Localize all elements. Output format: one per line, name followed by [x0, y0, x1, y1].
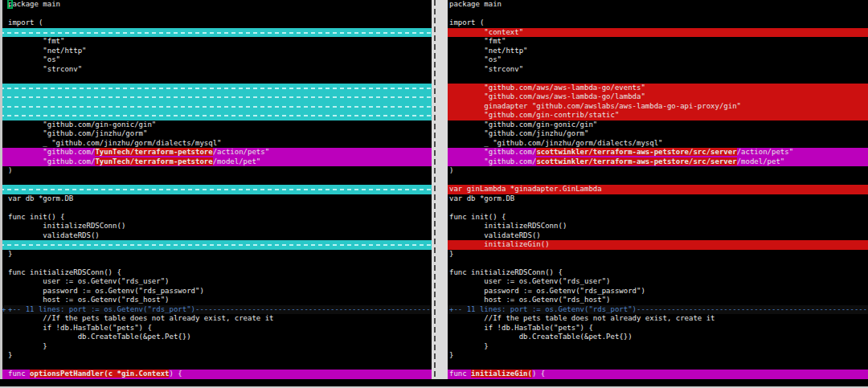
code-line[interactable]: initializeRDSConn() — [0, 222, 432, 231]
code-line[interactable]: "fmt" — [448, 37, 868, 47]
code-text: "fmt" — [8, 37, 64, 45]
code-line[interactable]: _ "github.com/jinzhu/gorm/dialects/mysql… — [0, 139, 432, 149]
diff-added-line[interactable]: "github.com/aws/aws-lambda-go/lambda" — [448, 92, 868, 102]
code-text: validateRDS() — [449, 231, 541, 239]
code-line[interactable]: db.CreateTable(&pet.Pet{}) — [0, 333, 432, 342]
diff-pane-right[interactable]: package mainimport ( "context" "fmt" "ne… — [448, 0, 868, 379]
diff-changed-line[interactable]: "github.com/TyunTech/terraform-petstore/… — [0, 148, 432, 157]
code-line[interactable] — [448, 176, 868, 186]
vertical-split-separator[interactable] — [432, 0, 448, 379]
code-line[interactable]: func initializeRDSConn() { — [448, 268, 868, 278]
code-line[interactable]: "net/http" — [448, 47, 868, 56]
code-line[interactable]: var db *gorm.DB — [0, 194, 432, 204]
fold-line-text: +-- 11 lines: port := os.Getenv("rds_por… — [8, 305, 432, 313]
code-line[interactable]: user := os.Getenv("rds_user") — [0, 277, 432, 287]
left-edge-strip — [0, 0, 2, 379]
code-line[interactable]: db.CreateTable(&pet.Pet{}) — [448, 333, 868, 342]
code-line[interactable]: "fmt" — [0, 37, 432, 47]
code-line[interactable]: "github.com/gin-gonic/gin" — [0, 120, 432, 130]
code-line[interactable]: password := os.Getenv("rds_password") — [0, 287, 432, 296]
code-line[interactable] — [448, 203, 868, 213]
diff-changed-line[interactable]: "github.com/TyunTech/terraform-petstore/… — [0, 157, 432, 167]
diff-added-line[interactable]: ginadapter "github.com/awslabs/aws-lambd… — [448, 102, 868, 112]
code-text: } — [8, 342, 47, 350]
code-line[interactable]: host := os.Getenv("rds_host") — [0, 296, 432, 305]
code-text: } — [449, 342, 489, 350]
code-line[interactable]: ) — [448, 166, 868, 176]
diff-added-line[interactable]: var ginLambda *ginadapter.GinLambda — [448, 185, 868, 194]
fold-plus-icon[interactable]: + — [2, 305, 6, 315]
code-line[interactable]: "github.com/jinzhu/gorm" — [448, 129, 868, 139]
separator-dash-line — [434, 0, 436, 379]
code-line[interactable]: validateRDS() — [448, 231, 868, 241]
code-line[interactable] — [0, 74, 432, 84]
code-line[interactable]: if !db.HasTable("pets") { — [448, 324, 868, 333]
code-line[interactable]: import ( — [0, 18, 432, 28]
code-line[interactable]: "net/http" — [0, 47, 432, 56]
code-line[interactable]: package main — [448, 0, 868, 10]
code-line[interactable]: var db *gorm.DB — [448, 194, 868, 204]
code-line[interactable] — [448, 74, 868, 84]
diff-pane-left[interactable]: package mainimport ( "fmt" "net/http" "o… — [0, 0, 432, 379]
code-line[interactable]: "strconv" — [0, 65, 432, 75]
code-line[interactable]: //If the pets table does not already exi… — [0, 314, 432, 324]
code-text: "github.com/gin-gonic/gin" — [449, 120, 597, 129]
code-line[interactable] — [0, 203, 432, 213]
code-line[interactable]: ) — [0, 166, 432, 176]
code-line[interactable]: package main — [0, 0, 432, 10]
code-line[interactable]: "strconv" — [448, 65, 868, 75]
code-line[interactable]: validateRDS() — [0, 231, 432, 241]
code-line[interactable]: //If the pets table does not already exi… — [448, 314, 868, 324]
fold-line[interactable]: ++-- 11 lines: port := os.Getenv("rds_po… — [0, 305, 432, 315]
code-line[interactable]: "github.com/gin-gonic/gin" — [448, 120, 868, 130]
code-text: /action/pets" — [213, 148, 269, 156]
diff-added-line[interactable]: "github.com/aws/aws-lambda-go/events" — [448, 84, 868, 93]
code-line[interactable]: user := os.Getenv("rds_user") — [448, 277, 868, 287]
code-line[interactable]: password := os.Getenv("rds_password") — [448, 287, 868, 296]
code-text: ) { — [169, 370, 182, 378]
diff-changed-line[interactable]: func initializeGin() { — [448, 370, 868, 379]
diff-filler-line — [0, 28, 432, 38]
code-text: "github.com/ — [449, 157, 536, 165]
diff-added-line[interactable]: "context" — [448, 28, 868, 38]
fold-line[interactable]: ++-- 11 lines: port := os.Getenv("rds_po… — [448, 305, 868, 315]
code-line[interactable]: host := os.Getenv("rds_host") — [448, 296, 868, 305]
code-line[interactable]: "os" — [0, 55, 432, 65]
code-text: password := os.Getenv("rds_password") — [8, 287, 204, 295]
code-line[interactable] — [0, 259, 432, 268]
diff-changed-line[interactable]: "github.com/scottwinkler/terraform-aws-p… — [448, 148, 868, 157]
diff-changed-line[interactable]: func optionsPetHandler(c *gin.Context) { — [0, 370, 432, 379]
code-line[interactable]: } — [448, 351, 868, 361]
code-line[interactable]: } — [448, 250, 868, 259]
diff-added-line[interactable]: "github.com/gin-contrib/static" — [448, 111, 868, 120]
code-line[interactable]: func init() { — [0, 213, 432, 223]
code-line[interactable] — [448, 361, 868, 370]
code-line[interactable]: func init() { — [448, 213, 868, 223]
code-line[interactable] — [0, 176, 432, 186]
code-line[interactable] — [0, 361, 432, 370]
code-text: "net/http" — [8, 47, 87, 55]
code-line[interactable]: "github.com/jinzhu/gorm" — [0, 129, 432, 139]
diff-changed-line[interactable]: "github.com/scottwinkler/terraform-aws-p… — [448, 157, 868, 167]
code-text: ginadapter "github.com/awslabs/aws-lambd… — [449, 102, 741, 110]
code-line[interactable]: } — [0, 351, 432, 361]
code-line[interactable]: "os" — [448, 55, 868, 65]
code-line[interactable]: } — [0, 250, 432, 259]
code-line[interactable] — [0, 10, 432, 19]
code-text: "context" — [449, 28, 523, 36]
diff-added-line[interactable]: initializeGin() — [448, 240, 868, 250]
code-text: //If the pets table does not already exi… — [8, 314, 274, 322]
code-line[interactable]: _ "github.com/jinzhu/gorm/dialects/mysql… — [448, 139, 868, 149]
code-text: "fmt" — [449, 37, 506, 45]
code-text: initializeRDSConn() — [8, 222, 125, 230]
code-text: "net/http" — [449, 47, 528, 55]
code-line[interactable]: import ( — [448, 18, 868, 28]
code-line[interactable] — [448, 10, 868, 19]
code-line[interactable]: } — [448, 342, 868, 352]
code-line[interactable]: func initializeRDSConn() { — [0, 268, 432, 278]
code-line[interactable]: } — [0, 342, 432, 352]
code-line[interactable] — [448, 259, 868, 268]
code-line[interactable]: initializeRDSConn() — [448, 222, 868, 231]
code-line[interactable]: if !db.HasTable("pets") { — [0, 324, 432, 333]
code-text: //If the pets table does not already exi… — [449, 314, 715, 322]
